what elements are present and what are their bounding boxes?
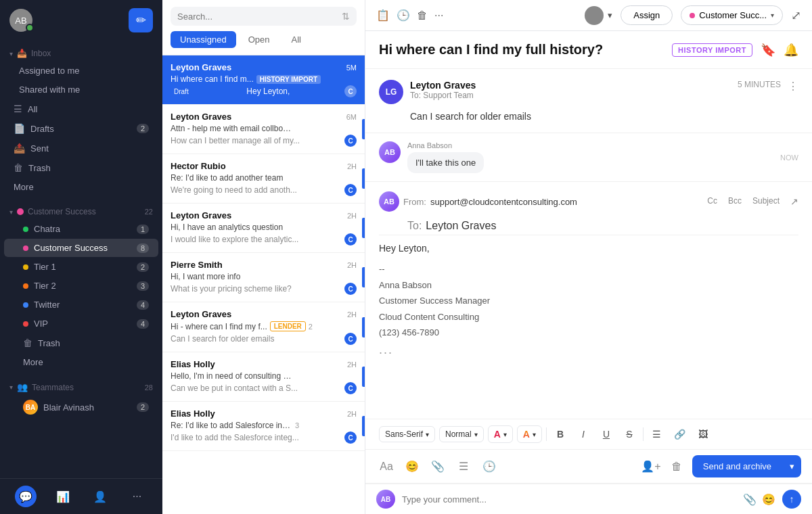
header-more-icon[interactable]: ···	[434, 9, 443, 22]
schedule-icon[interactable]: 🕒	[479, 457, 499, 477]
sidebar-item-more-cs[interactable]: More	[4, 353, 158, 371]
sidebar-item-trash-cs[interactable]: 🗑 Trash	[4, 333, 158, 352]
send-caret-icon[interactable]: ▾	[783, 455, 801, 477]
sidebar-item-drafts[interactable]: 📄 Drafts 2	[4, 119, 158, 138]
text-format-icon[interactable]: Aa	[376, 457, 397, 477]
strikethrough-button[interactable]: S	[620, 425, 639, 444]
sidebar-item-vip[interactable]: VIP4	[4, 314, 158, 333]
sidebar-item-chatra[interactable]: Chatra1	[4, 220, 158, 238]
underline-button[interactable]: U	[597, 425, 616, 444]
customer-success-section-header[interactable]: ▾ Customer Success 22	[0, 202, 162, 219]
bottom-stats-icon[interactable]: 📊	[52, 486, 74, 507]
conv-badge: C	[344, 233, 357, 246]
sidebar-item-sent[interactable]: 📤 Sent	[4, 139, 158, 158]
header-clipboard-icon[interactable]: 📋	[376, 9, 390, 22]
highlight-select[interactable]: A ▾	[517, 425, 542, 443]
search-input[interactable]	[177, 11, 336, 22]
sidebar-top: AB ✏	[0, 0, 162, 41]
bookmark-icon[interactable]: 🔖	[761, 43, 775, 57]
attachment-icon[interactable]: 📎	[428, 457, 448, 477]
bell-icon[interactable]: 🔔	[784, 43, 798, 57]
header-clock-icon[interactable]: 🕒	[397, 9, 410, 22]
sidebar-item-tier-2[interactable]: Tier 23	[4, 277, 158, 295]
emoji-icon[interactable]: 😊	[402, 457, 422, 477]
cc-btn[interactable]: Cc	[707, 196, 717, 207]
sidebar-item-all[interactable]: ☰ All	[4, 99, 158, 118]
bottom-profile-icon[interactable]: 👤	[89, 486, 111, 507]
comment-send-button[interactable]: ↑	[782, 490, 801, 509]
delete-draft-icon[interactable]: 🗑	[667, 457, 687, 477]
expand-icon[interactable]: ⤢	[791, 8, 801, 23]
sidebar-item-assigned-to-me[interactable]: Assigned to me	[9, 62, 158, 80]
comment-attachment-icon[interactable]: 📎	[743, 493, 757, 506]
add-participant-icon[interactable]: 👤+	[641, 457, 661, 477]
tab-open[interactable]: Open	[239, 31, 279, 48]
comment-input[interactable]	[402, 494, 736, 505]
reply-signature: -- Anna Babson Customer Success Manager …	[379, 261, 798, 340]
more-cs-label: More	[23, 357, 43, 367]
note-content-wrapper: Anna Babson I'll take this one	[407, 141, 484, 173]
bottom-more-icon[interactable]: ···	[127, 486, 148, 507]
right-header: 📋 🕒 🗑 ··· ▾ Assign Customer Succ... ▾ ⤢	[365, 0, 812, 31]
sidebar-item-shared-with-me[interactable]: Shared with me	[9, 80, 158, 99]
trash-top-icon: 🗑	[14, 162, 23, 173]
bcc-btn[interactable]: Bcc	[728, 196, 742, 207]
unread-indicator	[362, 416, 365, 436]
msg-more-icon[interactable]: ⋮	[788, 80, 798, 93]
dot	[23, 283, 28, 289]
list-button[interactable]: ☰	[648, 425, 667, 444]
italic-button[interactable]: I	[574, 425, 593, 444]
text-color-select[interactable]: A ▾	[488, 425, 513, 443]
sidebar-item-customer-success[interactable]: Customer Success8	[4, 239, 158, 257]
user-avatar-wrapper[interactable]: AB	[9, 9, 32, 32]
agent-selector[interactable]: ▾	[585, 6, 612, 25]
teammates-section-header[interactable]: ▾ 👥 Teammates 28	[0, 377, 162, 395]
conversation-item[interactable]: Pierre Smith 2H Hi, I want more info Wha…	[162, 253, 365, 302]
team-chevron: ▾	[771, 11, 774, 19]
assign-button[interactable]: Assign	[621, 5, 673, 25]
send-archive-button[interactable]: Send and archive ▾	[692, 455, 801, 477]
conversation-item[interactable]: Leyton Graves 6M Attn - help me with ema…	[162, 105, 365, 154]
link-button[interactable]: 🔗	[671, 425, 690, 444]
reply-ellipsis[interactable]: ···	[379, 346, 798, 360]
conversation-item[interactable]: Leyton Graves 5M Hi where can I find m..…	[162, 55, 365, 105]
font-family-select[interactable]: Sans-Serif ▾	[379, 426, 435, 442]
team-button[interactable]: Customer Succ... ▾	[681, 5, 783, 25]
sort-icon[interactable]: ⇅	[342, 11, 350, 22]
right-panel: 📋 🕒 🗑 ··· ▾ Assign Customer Succ... ▾ ⤢ …	[365, 0, 812, 514]
external-link-icon[interactable]: ↗	[790, 196, 798, 207]
comment-emoji-icon[interactable]: 😊	[762, 493, 775, 506]
sidebar-item-trash-top[interactable]: 🗑 Trash	[4, 158, 158, 177]
conv-name: Elias Holly	[171, 359, 215, 369]
image-button[interactable]: 🖼	[694, 425, 713, 444]
unread-indicator	[362, 267, 365, 287]
right-header-icons: 📋 🕒 🗑 ···	[376, 9, 443, 22]
conversation-item[interactable]: Hector Rubio 2H Re: I'd like to add anot…	[162, 154, 365, 204]
from-label: From:	[403, 197, 426, 207]
reply-body[interactable]: Hey Leyton, -- Anna Babson Customer Succ…	[379, 235, 798, 346]
middle-panel: ⇅ Unassigned Open All Leyton Graves 5M H…	[162, 0, 365, 514]
reply-from: AB From: support@cloudcontentconsulting.…	[379, 191, 700, 212]
subject-btn[interactable]: Subject	[752, 196, 780, 207]
header-trash-icon[interactable]: 🗑	[417, 9, 428, 22]
unread-indicator	[362, 317, 365, 337]
template-icon[interactable]: ☰	[453, 457, 474, 477]
conversation-item[interactable]: Elias Holly 2H Hello, I'm in need of con…	[162, 352, 365, 402]
sidebar-item-twitter[interactable]: Twitter4	[4, 296, 158, 314]
conversation-item[interactable]: Leyton Graves 2H Hi, I have an analytics…	[162, 204, 365, 253]
sidebar-item-tier-1[interactable]: Tier 12	[4, 258, 158, 276]
font-size-value: Normal	[445, 429, 472, 439]
compose-button[interactable]: ✏	[129, 8, 153, 32]
bottom-chat-icon[interactable]: 💬	[15, 486, 37, 507]
conversation-item[interactable]: Elias Holly 2H Re: I'd like to add Sales…	[162, 402, 365, 451]
sidebar-item-more-top[interactable]: More	[4, 178, 158, 196]
font-size-select[interactable]: Normal ▾	[439, 426, 484, 442]
conv-preview: How can I better manage all of my...	[171, 136, 300, 145]
conversation-item[interactable]: Leyton Graves 2H Hi - where can I find m…	[162, 302, 365, 352]
sidebar-item-teammate-blair-avinash[interactable]: BABlair Avinash2	[4, 396, 158, 419]
tab-all[interactable]: All	[281, 31, 310, 48]
conv-badge: C	[344, 184, 357, 196]
bold-button[interactable]: B	[551, 425, 570, 444]
tab-unassigned[interactable]: Unassigned	[171, 31, 236, 48]
inbox-header[interactable]: ▾ 📥 Inbox	[0, 43, 162, 61]
